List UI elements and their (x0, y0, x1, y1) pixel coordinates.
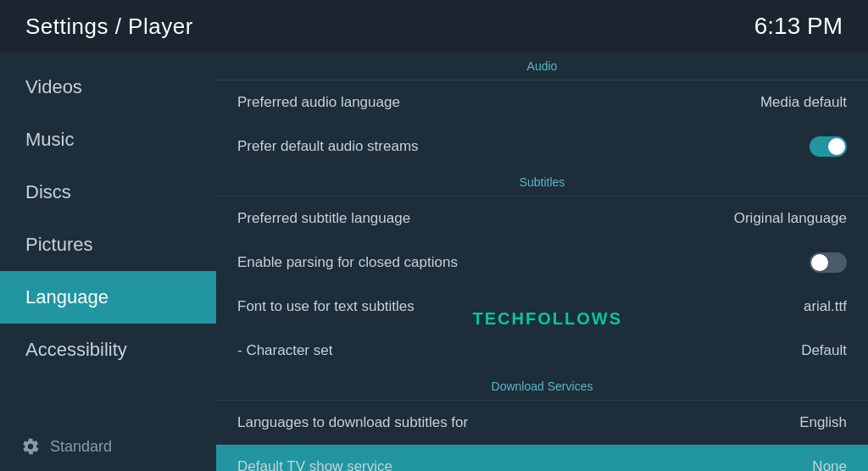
sidebar-label-music: Music (25, 129, 74, 151)
sidebar-item-pictures[interactable]: Pictures (0, 219, 216, 271)
sidebar-item-videos[interactable]: Videos (0, 61, 216, 114)
enable-parsing-closed-captions-toggle[interactable] (810, 252, 847, 273)
page-title: Settings / Player (25, 14, 193, 40)
preferred-audio-language-label: Preferred audio language (237, 94, 400, 111)
sidebar-label-language: Language (25, 286, 108, 308)
sidebar-item-language[interactable]: Language (0, 271, 216, 324)
default-tv-show-service-value: None (812, 458, 847, 472)
setting-character-set[interactable]: - Character set Default (216, 329, 868, 373)
font-text-subtitles-value: arial.ttf (804, 298, 847, 315)
sidebar-item-discs[interactable]: Discs (0, 166, 216, 219)
character-set-label: - Character set (237, 342, 332, 359)
content-panel: Audio Preferred audio language Media def… (216, 53, 868, 471)
setting-font-text-subtitles[interactable]: Font to use for text subtitles arial.ttf (216, 285, 868, 329)
sidebar-label-videos: Videos (25, 76, 82, 98)
sidebar: Videos Music Discs Pictures Language Acc… (0, 53, 216, 471)
setting-preferred-audio-language[interactable]: Preferred audio language Media default (216, 80, 868, 125)
sidebar-footer[interactable]: Standard (0, 422, 216, 471)
prefer-default-audio-streams-label: Prefer default audio streams (237, 138, 419, 155)
gear-icon (21, 437, 40, 456)
setting-preferred-subtitle-language[interactable]: Preferred subtitle language Original lan… (216, 197, 868, 241)
sidebar-nav: Videos Music Discs Pictures Language Acc… (0, 53, 216, 376)
sidebar-label-discs: Discs (25, 181, 71, 203)
sidebar-item-music[interactable]: Music (0, 114, 216, 166)
font-text-subtitles-label: Font to use for text subtitles (237, 298, 415, 315)
languages-download-subtitles-label: Languages to download subtitles for (237, 414, 468, 431)
settings-level-label: Standard (50, 438, 112, 456)
character-set-value: Default (801, 342, 847, 359)
setting-prefer-default-audio-streams[interactable]: Prefer default audio streams (216, 125, 868, 169)
setting-default-tv-show-service[interactable]: Default TV show service None (216, 445, 868, 471)
header: Settings / Player 6:13 PM (0, 0, 868, 53)
audio-section-header: Audio (216, 53, 868, 80)
setting-languages-download-subtitles[interactable]: Languages to download subtitles for Engl… (216, 401, 868, 445)
enable-parsing-closed-captions-label: Enable parsing for closed captions (237, 254, 458, 271)
sidebar-label-pictures: Pictures (25, 234, 92, 256)
default-tv-show-service-label: Default TV show service (237, 458, 392, 472)
preferred-subtitle-language-label: Preferred subtitle language (237, 210, 410, 227)
download-services-section-header: Download Services (216, 373, 868, 401)
sidebar-item-accessibility[interactable]: Accessibility (0, 324, 216, 376)
preferred-audio-language-value: Media default (760, 94, 847, 111)
languages-download-subtitles-value: English (799, 414, 847, 431)
prefer-default-audio-streams-toggle[interactable] (810, 136, 847, 157)
preferred-subtitle-language-value: Original language (734, 210, 847, 227)
setting-enable-parsing-closed-captions[interactable]: Enable parsing for closed captions (216, 241, 868, 285)
subtitles-section-header: Subtitles (216, 169, 868, 197)
main-layout: Videos Music Discs Pictures Language Acc… (0, 53, 868, 471)
clock: 6:13 PM (754, 13, 843, 40)
sidebar-label-accessibility: Accessibility (25, 339, 127, 361)
